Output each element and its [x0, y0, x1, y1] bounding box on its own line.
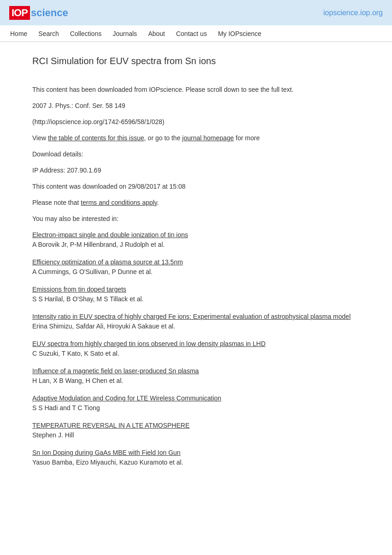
logo[interactable]: IOP science [9, 6, 68, 20]
related-item-5: EUV spectra from highly charged tin ions… [32, 339, 360, 357]
related-item-6: Influence of a magnetic field on laser-p… [32, 366, 360, 384]
nav-journals[interactable]: Journals [107, 25, 143, 42]
content-body: This content has been downloaded from IO… [32, 85, 360, 466]
interested-label: You may also be interested in: [32, 214, 360, 224]
ip-info: IP Address: 207.90.1.69 This content was… [32, 166, 360, 191]
nav-contact-us[interactable]: Contact us [171, 25, 213, 42]
terms-link[interactable]: terms and conditions apply [81, 199, 157, 206]
related-authors-1: A Borovik Jr, P-M Hillenbrand, J Rudolph… [32, 241, 360, 248]
nav-search[interactable]: Search [33, 25, 64, 42]
related-link-3[interactable]: Emissions from tin doped targets [32, 286, 126, 293]
page-title: RCI Simulation for EUV spectra from Sn i… [32, 56, 360, 66]
nav-my-iopscience[interactable]: My IOPscience [213, 25, 267, 42]
header-url: iopscience.iop.org [323, 9, 383, 17]
table-of-contents-link[interactable]: the table of contents for this issue [48, 134, 144, 142]
related-authors-3: S S Harilal, B O'Shay, M S Tillack et al… [32, 295, 360, 303]
related-link-7[interactable]: Adaptive Modulation and Coding for LTE W… [32, 394, 221, 402]
related-item-8: TEMPERATURE REVERSAL IN A LTE ATMOSPHERE… [32, 421, 360, 439]
related-item-4: Intensity ratio in EUV spectra of highly… [32, 312, 360, 330]
navbar: Home Search Collections Journals About C… [0, 25, 392, 42]
view-before: View [32, 134, 48, 142]
related-authors-9: Yasuo Bamba, Eizo Miyauchi, Kazuo Kuramo… [32, 459, 360, 466]
terms-before: Please note that [32, 199, 81, 206]
main-content: RCI Simulation for EUV spectra from Sn i… [0, 42, 392, 489]
related-link-6[interactable]: Influence of a magnetic field on laser-p… [32, 367, 199, 375]
journal-homepage-link[interactable]: journal homepage [182, 134, 234, 142]
citation-text: 2007 J. Phys.: Conf. Ser. 58 149 [32, 101, 360, 111]
ip-address: IP Address: 207.90.1.69 [32, 166, 360, 175]
view-line: View the table of contents for this issu… [32, 133, 360, 143]
related-link-1[interactable]: Electron-impact single and double ioniza… [32, 231, 188, 239]
related-link-9[interactable]: Sn Ion Doping during GaAs MBE with Field… [32, 449, 180, 456]
nav-home[interactable]: Home [5, 25, 33, 42]
related-link-8[interactable]: TEMPERATURE REVERSAL IN A LTE ATMOSPHERE [32, 422, 190, 429]
url-text: (http://iopscience.iop.org/1742-6596/58/… [32, 117, 360, 127]
related-link-4[interactable]: Intensity ratio in EUV spectra of highly… [32, 313, 350, 320]
nav-collections[interactable]: Collections [65, 25, 107, 42]
related-authors-2: A Cummings, G O'Sullivan, P Dunne et al. [32, 268, 360, 275]
logo-science: science [31, 7, 68, 19]
terms-after: . [157, 199, 159, 206]
related-authors-5: C Suzuki, T Kato, K Sato et al. [32, 350, 360, 357]
download-date: This content was downloaded on 29/08/201… [32, 182, 360, 191]
related-item-2: Efficiency optimization of a plasma sour… [32, 257, 360, 275]
related-authors-6: H Lan, X B Wang, H Chen et al. [32, 377, 360, 384]
related-item-9: Sn Ion Doping during GaAs MBE with Field… [32, 448, 360, 466]
terms-line: Please note that terms and conditions ap… [32, 198, 360, 208]
header: IOP science iopscience.iop.org [0, 0, 392, 25]
download-label: Download details: [32, 149, 360, 159]
description-text: This content has been downloaded from IO… [32, 85, 360, 95]
nav-about[interactable]: About [143, 25, 171, 42]
related-item-7: Adaptive Modulation and Coding for LTE W… [32, 394, 360, 412]
related-item-3: Emissions from tin doped targets S S Har… [32, 285, 360, 303]
related-item-1: Electron-impact single and double ioniza… [32, 230, 360, 248]
view-after: for more [234, 134, 260, 142]
view-middle: , or go to the [144, 134, 183, 142]
related-authors-4: Erina Shimizu, Safdar Ali, Hiroyuki A Sa… [32, 322, 360, 330]
related-link-2[interactable]: Efficiency optimization of a plasma sour… [32, 258, 183, 266]
related-link-5[interactable]: EUV spectra from highly charged tin ions… [32, 340, 266, 347]
related-authors-7: S S Hadi and T C Tiong [32, 404, 360, 412]
logo-iop: IOP [9, 6, 30, 20]
related-authors-8: Stephen J. Hill [32, 431, 360, 439]
